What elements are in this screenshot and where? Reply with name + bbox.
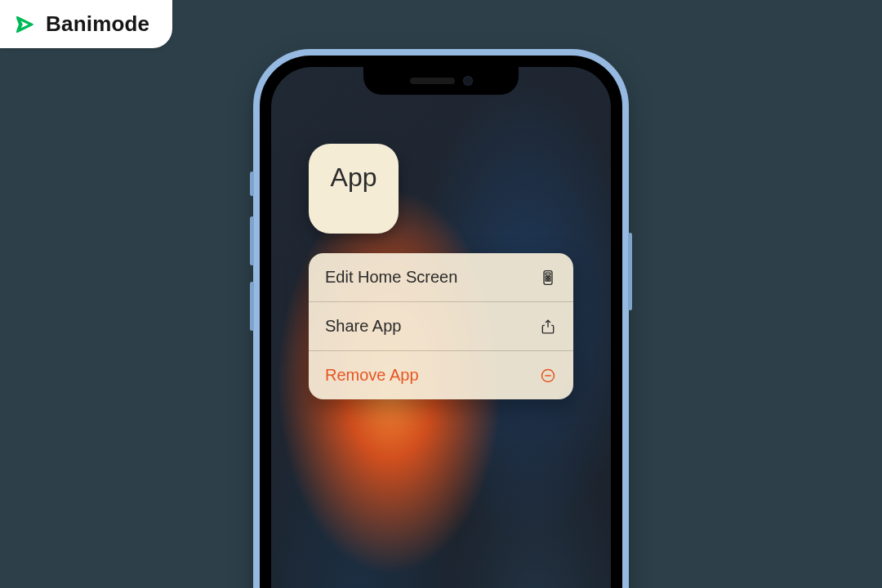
- menu-item-label: Edit Home Screen: [325, 268, 457, 287]
- menu-edit-home-screen[interactable]: Edit Home Screen: [309, 253, 573, 301]
- svg-rect-5: [549, 278, 550, 280]
- phone-screen: App Edit Home Screen: [271, 67, 611, 588]
- phone-notch: [363, 67, 519, 95]
- app-context-menu: Edit Home Screen Share App: [309, 253, 573, 399]
- share-icon: [539, 318, 557, 336]
- remove-icon: [539, 367, 557, 385]
- volume-down-button: [250, 282, 254, 331]
- brand-badge: Banimode: [0, 0, 172, 48]
- brand-name: Banimode: [46, 11, 149, 37]
- menu-remove-app[interactable]: Remove App: [309, 350, 573, 399]
- svg-rect-4: [546, 278, 547, 280]
- svg-rect-2: [546, 276, 547, 278]
- menu-item-label: Remove App: [325, 366, 419, 385]
- home-screen-icon: [539, 269, 557, 287]
- app-icon[interactable]: App: [309, 144, 399, 234]
- phone-bezel: App Edit Home Screen: [260, 56, 622, 588]
- app-icon-label: App: [331, 163, 377, 193]
- menu-item-label: Share App: [325, 317, 401, 336]
- svg-rect-1: [546, 273, 550, 275]
- svg-rect-3: [549, 276, 550, 278]
- volume-up-button: [250, 216, 254, 265]
- phone-device-frame: App Edit Home Screen: [253, 49, 629, 588]
- front-camera-icon: [463, 76, 473, 86]
- menu-share-app[interactable]: Share App: [309, 301, 573, 350]
- power-button: [628, 233, 632, 310]
- speaker-grill: [410, 78, 455, 84]
- mute-switch: [250, 172, 254, 196]
- brand-logo-icon: [15, 13, 38, 36]
